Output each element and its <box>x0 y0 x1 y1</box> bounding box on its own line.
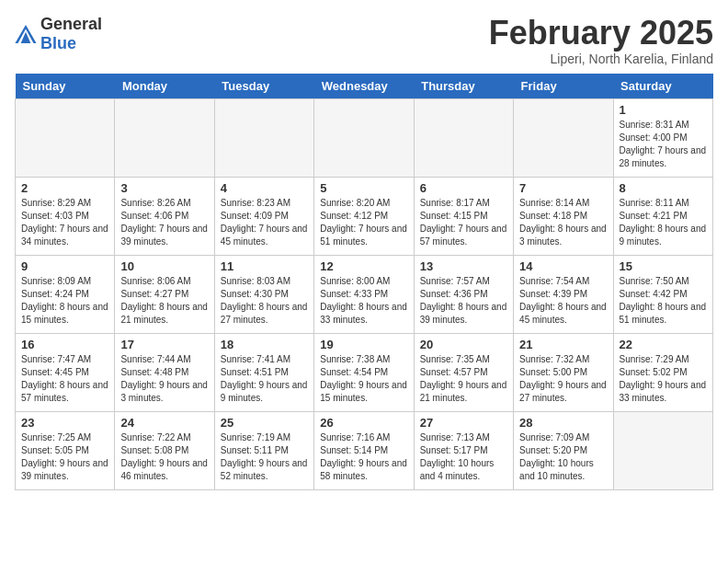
calendar-cell: 27Sunrise: 7:13 AM Sunset: 5:17 PM Dayli… <box>414 411 513 489</box>
calendar-week-row: 2Sunrise: 8:29 AM Sunset: 4:03 PM Daylig… <box>16 177 713 255</box>
day-number: 10 <box>120 259 208 273</box>
month-title: February 2025 <box>489 15 713 52</box>
calendar-cell: 11Sunrise: 8:03 AM Sunset: 4:30 PM Dayli… <box>214 255 313 333</box>
day-number: 22 <box>620 338 707 351</box>
calendar-body: 1Sunrise: 8:31 AM Sunset: 4:00 PM Daylig… <box>16 98 713 489</box>
calendar-cell <box>214 98 313 177</box>
day-info: Sunrise: 8:23 AM Sunset: 4:09 PM Dayligh… <box>221 197 308 248</box>
calendar-cell: 4Sunrise: 8:23 AM Sunset: 4:09 PM Daylig… <box>214 177 313 255</box>
calendar-cell: 19Sunrise: 7:38 AM Sunset: 4:54 PM Dayli… <box>314 333 414 411</box>
calendar-week-row: 23Sunrise: 7:25 AM Sunset: 5:05 PM Dayli… <box>16 411 713 489</box>
day-number: 6 <box>420 181 507 195</box>
day-number: 1 <box>620 103 707 117</box>
calendar-week-row: 1Sunrise: 8:31 AM Sunset: 4:00 PM Daylig… <box>16 98 713 177</box>
calendar-week-row: 9Sunrise: 8:09 AM Sunset: 4:24 PM Daylig… <box>16 255 713 333</box>
day-number: 5 <box>320 181 407 195</box>
day-number: 27 <box>420 416 507 430</box>
calendar-cell: 24Sunrise: 7:22 AM Sunset: 5:08 PM Dayli… <box>115 411 214 489</box>
calendar-cell <box>414 98 513 177</box>
day-info: Sunrise: 8:29 AM Sunset: 4:03 PM Dayligh… <box>21 197 108 248</box>
weekday-header-tuesday: Tuesday <box>214 74 313 99</box>
calendar-cell: 10Sunrise: 8:06 AM Sunset: 4:27 PM Dayli… <box>115 255 214 333</box>
day-info: Sunrise: 7:25 AM Sunset: 5:05 PM Dayligh… <box>21 431 108 483</box>
weekday-header-sunday: Sunday <box>16 74 115 99</box>
day-number: 28 <box>519 416 607 430</box>
day-info: Sunrise: 8:31 AM Sunset: 4:00 PM Dayligh… <box>620 119 707 170</box>
calendar-cell <box>613 411 712 489</box>
calendar-cell: 15Sunrise: 7:50 AM Sunset: 4:42 PM Dayli… <box>613 255 712 333</box>
calendar-cell <box>115 98 214 177</box>
day-number: 14 <box>519 259 607 273</box>
day-info: Sunrise: 8:14 AM Sunset: 4:18 PM Dayligh… <box>519 197 607 248</box>
day-info: Sunrise: 7:35 AM Sunset: 4:57 PM Dayligh… <box>420 353 507 405</box>
day-number: 4 <box>221 181 308 195</box>
day-info: Sunrise: 7:16 AM Sunset: 5:14 PM Dayligh… <box>320 431 407 483</box>
location-title: Liperi, North Karelia, Finland <box>489 52 713 66</box>
day-info: Sunrise: 8:03 AM Sunset: 4:30 PM Dayligh… <box>221 275 308 327</box>
day-number: 2 <box>21 181 108 195</box>
calendar-cell: 8Sunrise: 8:11 AM Sunset: 4:21 PM Daylig… <box>613 177 712 255</box>
day-number: 20 <box>420 338 507 351</box>
day-info: Sunrise: 7:50 AM Sunset: 4:42 PM Dayligh… <box>620 275 707 327</box>
day-number: 3 <box>120 181 208 195</box>
calendar-cell: 23Sunrise: 7:25 AM Sunset: 5:05 PM Dayli… <box>16 411 115 489</box>
calendar-cell: 28Sunrise: 7:09 AM Sunset: 5:20 PM Dayli… <box>514 411 613 489</box>
day-info: Sunrise: 8:06 AM Sunset: 4:27 PM Dayligh… <box>120 275 208 327</box>
day-number: 16 <box>21 338 108 351</box>
calendar-cell: 16Sunrise: 7:47 AM Sunset: 4:45 PM Dayli… <box>16 333 115 411</box>
calendar-cell: 25Sunrise: 7:19 AM Sunset: 5:11 PM Dayli… <box>214 411 313 489</box>
day-number: 7 <box>519 181 607 195</box>
calendar-cell: 1Sunrise: 8:31 AM Sunset: 4:00 PM Daylig… <box>613 98 712 177</box>
day-info: Sunrise: 7:13 AM Sunset: 5:17 PM Dayligh… <box>420 431 507 483</box>
calendar-cell: 7Sunrise: 8:14 AM Sunset: 4:18 PM Daylig… <box>514 177 613 255</box>
day-info: Sunrise: 7:22 AM Sunset: 5:08 PM Dayligh… <box>120 431 208 483</box>
calendar-cell: 17Sunrise: 7:44 AM Sunset: 4:48 PM Dayli… <box>115 333 214 411</box>
calendar-cell: 14Sunrise: 7:54 AM Sunset: 4:39 PM Dayli… <box>514 255 613 333</box>
calendar-cell <box>16 98 115 177</box>
day-info: Sunrise: 8:20 AM Sunset: 4:12 PM Dayligh… <box>320 197 407 248</box>
calendar-cell: 21Sunrise: 7:32 AM Sunset: 5:00 PM Dayli… <box>514 333 613 411</box>
day-number: 13 <box>420 259 507 273</box>
calendar-header-row: SundayMondayTuesdayWednesdayThursdayFrid… <box>16 74 713 99</box>
calendar-cell: 3Sunrise: 8:26 AM Sunset: 4:06 PM Daylig… <box>115 177 214 255</box>
day-info: Sunrise: 8:17 AM Sunset: 4:15 PM Dayligh… <box>420 197 507 248</box>
day-number: 19 <box>320 338 407 351</box>
logo: General Blue <box>15 15 102 53</box>
calendar-cell: 13Sunrise: 7:57 AM Sunset: 4:36 PM Dayli… <box>414 255 513 333</box>
logo-icon <box>15 25 37 43</box>
calendar-cell: 20Sunrise: 7:35 AM Sunset: 4:57 PM Dayli… <box>414 333 513 411</box>
day-info: Sunrise: 7:57 AM Sunset: 4:36 PM Dayligh… <box>420 275 507 327</box>
day-number: 17 <box>120 338 208 351</box>
day-info: Sunrise: 7:41 AM Sunset: 4:51 PM Dayligh… <box>221 353 308 405</box>
day-number: 21 <box>519 338 607 351</box>
calendar-cell: 26Sunrise: 7:16 AM Sunset: 5:14 PM Dayli… <box>314 411 414 489</box>
day-number: 15 <box>620 259 707 273</box>
day-info: Sunrise: 7:19 AM Sunset: 5:11 PM Dayligh… <box>221 431 308 483</box>
calendar-table: SundayMondayTuesdayWednesdayThursdayFrid… <box>15 74 713 490</box>
calendar-cell <box>514 98 613 177</box>
page-header: General Blue February 2025 Liperi, North… <box>15 15 713 66</box>
day-info: Sunrise: 8:26 AM Sunset: 4:06 PM Dayligh… <box>120 197 208 248</box>
weekday-header-wednesday: Wednesday <box>314 74 414 99</box>
day-number: 24 <box>120 416 208 430</box>
weekday-header-saturday: Saturday <box>613 74 712 99</box>
calendar-cell: 18Sunrise: 7:41 AM Sunset: 4:51 PM Dayli… <box>214 333 313 411</box>
logo-general-text: General <box>40 15 102 33</box>
day-number: 18 <box>221 338 308 351</box>
day-info: Sunrise: 7:29 AM Sunset: 5:02 PM Dayligh… <box>620 353 707 405</box>
day-info: Sunrise: 8:00 AM Sunset: 4:33 PM Dayligh… <box>320 275 407 327</box>
day-info: Sunrise: 8:11 AM Sunset: 4:21 PM Dayligh… <box>620 197 707 248</box>
day-number: 12 <box>320 259 407 273</box>
calendar-cell: 2Sunrise: 8:29 AM Sunset: 4:03 PM Daylig… <box>16 177 115 255</box>
day-info: Sunrise: 8:09 AM Sunset: 4:24 PM Dayligh… <box>21 275 108 327</box>
title-area: February 2025 Liperi, North Karelia, Fin… <box>489 15 713 66</box>
day-info: Sunrise: 7:44 AM Sunset: 4:48 PM Dayligh… <box>120 353 208 405</box>
day-info: Sunrise: 7:38 AM Sunset: 4:54 PM Dayligh… <box>320 353 407 405</box>
calendar-cell <box>314 98 414 177</box>
day-info: Sunrise: 7:47 AM Sunset: 4:45 PM Dayligh… <box>21 353 108 405</box>
day-info: Sunrise: 7:54 AM Sunset: 4:39 PM Dayligh… <box>519 275 607 327</box>
day-info: Sunrise: 7:32 AM Sunset: 5:00 PM Dayligh… <box>519 353 607 405</box>
weekday-header-thursday: Thursday <box>414 74 513 99</box>
day-number: 23 <box>21 416 108 430</box>
logo-blue-text: Blue <box>40 34 76 52</box>
